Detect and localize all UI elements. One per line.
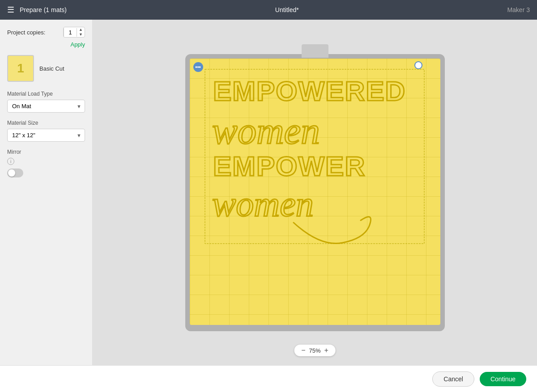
material-size-field: Material Size 12" x 12" 12" x 24" ▼ xyxy=(7,120,85,149)
toggle-knob xyxy=(8,169,15,177)
mat-item: 1 Basic Cut xyxy=(7,55,85,82)
design-svg: EMPOWERED women EMPOWER women xyxy=(204,68,432,254)
material-load-type-label: Material Load Type xyxy=(7,91,85,97)
mirror-info-icon[interactable]: i xyxy=(7,158,14,165)
material-load-select[interactable]: On Mat Without Mat xyxy=(7,100,85,113)
women-small-text: women xyxy=(212,184,314,223)
empowered-text: EMPOWERED xyxy=(213,76,406,106)
mat-number: 1 xyxy=(17,61,24,76)
project-copies-row: Project copies: 1 ▲ ▼ xyxy=(7,27,85,38)
women-large-text: women xyxy=(212,110,320,152)
header-title: Prepare (1 mats) xyxy=(20,6,67,13)
zoom-decrease-button[interactable]: − xyxy=(299,346,307,354)
mat-grid: ••• EMPOWERED women EMPOWER women xyxy=(190,59,440,325)
stepper-up-button[interactable]: ▲ xyxy=(77,27,85,32)
header: ☰ Prepare (1 mats) Untitled* Maker 3 xyxy=(0,0,537,20)
copies-stepper[interactable]: 1 ▲ ▼ xyxy=(63,27,85,38)
header-left: ☰ Prepare (1 mats) xyxy=(7,5,67,15)
zoom-value: 75% xyxy=(309,347,320,354)
material-load-type-field: Material Load Type On Mat Without Mat ▼ xyxy=(7,91,85,120)
mat-label: Basic Cut xyxy=(39,65,64,72)
mat-thumbnail: 1 xyxy=(7,55,34,82)
mirror-row: i xyxy=(7,158,85,165)
material-size-select-wrapper: 12" x 12" 12" x 24" ▼ xyxy=(7,129,85,142)
material-size-select[interactable]: 12" x 12" 12" x 24" xyxy=(7,129,85,142)
stepper-down-button[interactable]: ▼ xyxy=(77,32,85,37)
stepper-buttons: ▲ ▼ xyxy=(77,27,85,37)
hamburger-icon[interactable]: ☰ xyxy=(7,5,14,15)
zoom-controls: − 75% + xyxy=(294,345,336,356)
document-title: Untitled* xyxy=(275,6,299,13)
empower-text: EMPOWER xyxy=(213,151,366,181)
mat-notch xyxy=(302,44,328,58)
mat-board: cricut ••• EMPOWERED women EMPOW xyxy=(185,54,445,331)
apply-button[interactable]: Apply xyxy=(7,41,85,48)
material-load-select-wrapper: On Mat Without Mat ▼ xyxy=(7,100,85,113)
dots-button[interactable]: ••• xyxy=(193,62,203,72)
sidebar: Project copies: 1 ▲ ▼ Apply 1 Basic Cut … xyxy=(0,20,93,365)
cancel-button[interactable]: Cancel xyxy=(432,371,474,387)
footer: Cancel Continue xyxy=(0,365,537,392)
device-label: Maker 3 xyxy=(507,6,530,13)
project-copies-label: Project copies: xyxy=(7,29,45,36)
continue-button[interactable]: Continue xyxy=(480,372,526,386)
main-layout: Project copies: 1 ▲ ▼ Apply 1 Basic Cut … xyxy=(0,20,537,365)
mirror-field-label: Mirror xyxy=(7,149,85,155)
copies-value: 1 xyxy=(64,28,77,37)
mirror-toggle[interactable] xyxy=(7,169,23,177)
canvas-area: cricut ••• EMPOWERED women EMPOW xyxy=(93,20,537,365)
zoom-increase-button[interactable]: + xyxy=(323,346,330,354)
material-size-label: Material Size xyxy=(7,120,85,126)
